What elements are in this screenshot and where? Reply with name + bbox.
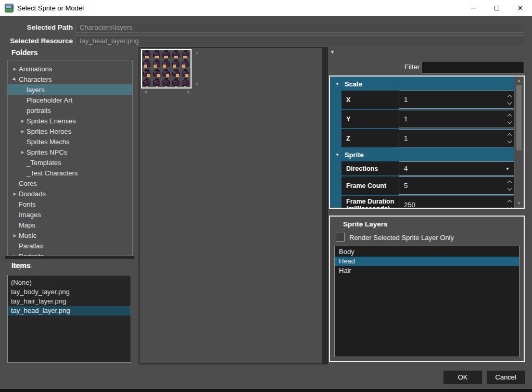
folder-item-portraits[interactable]: ▶Portraits: [8, 251, 132, 256]
collapsed-arrow-icon[interactable]: ▶: [19, 119, 27, 123]
folder-item-parallax[interactable]: Parallax: [8, 241, 132, 251]
collapsed-arrow-icon[interactable]: ▶: [19, 150, 27, 155]
folder-item-portraits[interactable]: portraits: [8, 105, 132, 116]
spinner-down-icon[interactable]: [508, 100, 512, 105]
horizontal-splitter[interactable]: [5, 256, 134, 259]
spinner-up-icon[interactable]: [508, 200, 512, 204]
category-expander-icon[interactable]: ▼: [335, 153, 339, 157]
property-value: 1: [404, 134, 408, 142]
folder-item-sprites-npcs[interactable]: ▶Sprites NPCs: [8, 147, 132, 157]
close-icon: ×: [518, 4, 523, 12]
property-editor-y[interactable]: 1: [399, 110, 514, 128]
property-editor-frame-duration[interactable]: 250: [399, 196, 514, 208]
sprite-cell: [171, 69, 181, 78]
layer-hair[interactable]: Hair: [335, 266, 519, 275]
property-value: 1: [404, 115, 408, 123]
spinner-buttons[interactable]: [508, 196, 511, 208]
property-grid-scrollbar[interactable]: ▲ ▼: [514, 77, 524, 208]
item-tay-head-layer-png[interactable]: tay_head_layer.png: [8, 306, 131, 315]
scrollbar-up-icon[interactable]: ▲: [514, 79, 524, 83]
scroll-down-icon[interactable]: ▼: [195, 82, 199, 87]
folder-item-sprites-mechs[interactable]: Sprites Mechs: [8, 136, 132, 147]
layer-head[interactable]: Head: [335, 257, 519, 266]
vertical-splitter[interactable]: [323, 47, 328, 364]
selected-path-label: Selected Path: [0, 22, 73, 33]
spinner-up-icon[interactable]: [508, 114, 512, 118]
spinner-buttons[interactable]: [508, 91, 511, 108]
expanded-arrow-icon[interactable]: ▶: [10, 75, 19, 84]
category-header-scale[interactable]: ▼Scale: [330, 78, 514, 91]
folder-item-maps[interactable]: Maps: [8, 220, 132, 230]
filter-label: Filter: [364, 61, 420, 73]
collapsed-arrow-icon[interactable]: ▶: [19, 129, 27, 134]
spinner-buttons[interactable]: [508, 110, 511, 128]
spinner-up-icon[interactable]: [508, 95, 512, 99]
item-none[interactable]: (None): [8, 278, 131, 287]
folder-item-label: Sprites Heroes: [27, 128, 71, 135]
folder-item-fonts[interactable]: Fonts: [8, 199, 132, 209]
folder-item-test-characters[interactable]: _Test Characters: [8, 168, 132, 178]
folder-item-characters[interactable]: ▶Characters: [8, 74, 132, 84]
maximize-icon: [495, 6, 499, 10]
property-editor-directions[interactable]: 4▼: [399, 161, 514, 175]
dialog-body: Selected Path Selected Resource Folders …: [0, 16, 532, 389]
scroll-left-icon[interactable]: ◀: [144, 90, 147, 94]
collapsed-arrow-icon[interactable]: ▶: [11, 67, 19, 71]
scrollbar-thumb[interactable]: [516, 85, 522, 150]
property-value: 1: [404, 96, 408, 104]
sprite-cell: [152, 69, 162, 78]
item-tay-body-layer-png[interactable]: tay_body_layer.png: [8, 287, 131, 297]
spinner-buttons[interactable]: [508, 177, 511, 194]
folder-item-layers[interactable]: layers: [8, 84, 132, 95]
maximize-button[interactable]: [485, 0, 509, 16]
folder-item-templates[interactable]: _Templates: [8, 157, 132, 168]
app-icon: [5, 4, 14, 12]
render-selected-layer-checkbox[interactable]: [336, 233, 345, 242]
folder-item-sprites-heroes[interactable]: ▶Sprites Heroes: [8, 126, 132, 136]
minimize-icon: [471, 8, 476, 8]
titlebar[interactable]: Select Sprite or Model ×: [0, 0, 532, 16]
folder-item-placeholder-art[interactable]: Placeholder Art: [8, 95, 132, 105]
items-panel: (None)tay_body_layer.pngtay_hair_layer.p…: [7, 275, 131, 363]
folder-item-label: Doodads: [19, 190, 46, 198]
collapsed-arrow-icon[interactable]: ▶: [11, 192, 19, 196]
item-tay-hair-layer-png[interactable]: tay_hair_layer.png: [8, 297, 131, 306]
category-header-sprite[interactable]: ▼Sprite: [330, 148, 514, 161]
minimize-button[interactable]: [462, 0, 485, 16]
selected-path-input[interactable]: [75, 22, 524, 33]
scroll-up-icon[interactable]: ▲: [195, 50, 199, 55]
folder-item-cores[interactable]: Cores: [8, 178, 132, 188]
folder-item-animations[interactable]: ▶Animations: [8, 64, 132, 74]
dropdown-arrow-icon[interactable]: ▼: [505, 166, 510, 171]
property-editor-x[interactable]: 1: [399, 91, 514, 109]
collapsed-arrow-icon[interactable]: ▶: [11, 233, 19, 238]
spinner-down-icon[interactable]: [508, 139, 512, 143]
ok-button[interactable]: OK: [444, 371, 482, 384]
property-row-directions: Directions4▼: [341, 161, 514, 175]
folder-item-images[interactable]: Images: [8, 209, 132, 220]
property-label: Y: [341, 110, 399, 128]
inspector-expander-icon[interactable]: ▼: [330, 49, 335, 55]
spinner-buttons[interactable]: [508, 130, 511, 147]
spinner-down-icon[interactable]: [508, 186, 512, 191]
folder-item-doodads[interactable]: ▶Doodads: [8, 188, 132, 199]
property-editor-z[interactable]: 1: [399, 129, 514, 147]
scrollbar-down-icon[interactable]: ▼: [514, 201, 524, 206]
spinner-up-icon[interactable]: [508, 133, 512, 137]
preview-panel: ▲ ▼ ◀ ▶: [138, 47, 323, 364]
cancel-button[interactable]: Cancel: [487, 371, 525, 384]
property-editor-frame-count[interactable]: 5: [399, 176, 514, 195]
spinner-up-icon[interactable]: [508, 181, 512, 185]
folder-item-sprites-enemies[interactable]: ▶Sprites Enemies: [8, 116, 132, 126]
spinner-down-icon[interactable]: [508, 206, 512, 208]
sprite-sheet-preview[interactable]: [141, 49, 192, 88]
scroll-right-icon[interactable]: ▶: [187, 90, 191, 94]
layer-body[interactable]: Body: [335, 247, 519, 257]
folder-item-music[interactable]: ▶Music: [8, 230, 132, 241]
filter-input[interactable]: [422, 61, 524, 73]
close-button[interactable]: ×: [509, 0, 532, 16]
category-expander-icon[interactable]: ▼: [335, 82, 339, 86]
selected-resource-input[interactable]: [75, 35, 524, 46]
render-selected-layer-label: Render Selected Sprite Layer Only: [349, 234, 454, 242]
spinner-down-icon[interactable]: [508, 120, 512, 124]
